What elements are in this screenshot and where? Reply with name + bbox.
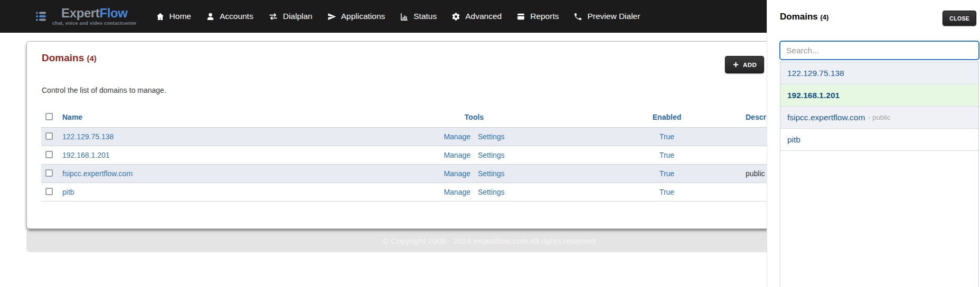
- paper-plane-icon: [327, 12, 336, 21]
- manage-link[interactable]: Manage: [444, 132, 470, 141]
- nav-item-home[interactable]: Home: [148, 0, 199, 33]
- copyright-text: © Copyright 2008 - 2024 expertflow.com A…: [382, 236, 597, 245]
- manage-link[interactable]: Manage: [444, 151, 470, 159]
- close-button[interactable]: CLOSE: [943, 11, 976, 26]
- domain-search-input[interactable]: [779, 41, 979, 60]
- plus-icon: [732, 61, 739, 68]
- column-header-tools: Tools: [347, 113, 601, 121]
- domain-list: 122.129.75.138 192.168.1.201 fsipcc.expe…: [780, 62, 979, 287]
- tools-cell: ManageSettings: [347, 169, 601, 178]
- nav-item-reports[interactable]: Reports: [509, 0, 566, 33]
- domain-label: 192.168.1.201: [787, 91, 840, 100]
- nav-item-status[interactable]: Status: [392, 0, 444, 33]
- main-nav: Home Accounts Dialplan Applications Stat…: [148, 0, 648, 33]
- phone-icon: [573, 12, 582, 21]
- brand-tagline: chat, voice and video contactcenter: [52, 21, 137, 26]
- brand-grid-icon: [35, 10, 48, 23]
- row-checkbox[interactable]: [45, 151, 53, 158]
- domain-name-link[interactable]: 192.168.1.201: [62, 151, 110, 159]
- domain-selector-panel: Domains (4) CLOSE 122.129.75.138 192.168…: [767, 0, 980, 287]
- settings-link[interactable]: Settings: [478, 151, 505, 159]
- domain-list-item[interactable]: pitb: [780, 129, 978, 151]
- enabled-value: True: [601, 169, 733, 178]
- domain-label: fsipcc.expertflow.com: [787, 113, 865, 122]
- page-title: Domains (4): [42, 52, 97, 64]
- tools-cell: ManageSettings: [347, 132, 601, 141]
- enabled-value: True: [601, 151, 733, 159]
- nav-item-dialplan[interactable]: Dialplan: [261, 0, 320, 33]
- manage-link[interactable]: Manage: [444, 188, 470, 196]
- domain-label: 122.129.75.138: [787, 69, 844, 78]
- gear-icon: [451, 12, 460, 21]
- select-all-checkbox[interactable]: [45, 113, 53, 120]
- domain-name-link[interactable]: pitb: [62, 188, 74, 196]
- domain-label: pitb: [787, 135, 800, 145]
- enabled-value: True: [601, 188, 733, 196]
- archive-icon: [516, 12, 525, 21]
- tools-cell: ManageSettings: [347, 151, 601, 159]
- home-icon: [156, 12, 165, 21]
- settings-link[interactable]: Settings: [478, 188, 505, 196]
- page-subtitle: Control the list of domains to manage.: [42, 86, 166, 94]
- settings-link[interactable]: Settings: [478, 132, 505, 141]
- nav-item-preview-dialer[interactable]: Preview Dialer: [566, 0, 647, 33]
- column-header-name: Name: [62, 113, 347, 121]
- add-button[interactable]: ADD: [725, 56, 764, 73]
- bar-chart-icon: [400, 12, 409, 21]
- settings-link[interactable]: Settings: [478, 169, 505, 178]
- user-icon: [206, 12, 215, 21]
- panel-title: Domains (4): [780, 12, 828, 22]
- nav-item-advanced[interactable]: Advanced: [444, 0, 509, 33]
- swap-arrows-icon: [268, 12, 278, 21]
- brand-logo[interactable]: ExpertFlow chat, voice and video contact…: [35, 7, 137, 26]
- nav-item-applications[interactable]: Applications: [320, 0, 393, 33]
- manage-link[interactable]: Manage: [444, 169, 470, 178]
- row-checkbox[interactable]: [45, 132, 53, 140]
- enabled-value: True: [601, 132, 733, 141]
- row-checkbox[interactable]: [45, 169, 53, 177]
- domain-list-item[interactable]: 122.129.75.138: [780, 62, 978, 84]
- brand-text: ExpertFlow chat, voice and video contact…: [52, 7, 137, 26]
- domain-suffix: - public: [868, 113, 890, 121]
- column-header-enabled: Enabled: [601, 113, 733, 121]
- brand-name: ExpertFlow: [61, 7, 127, 20]
- domain-list-item[interactable]: 192.168.1.201: [780, 84, 978, 107]
- domain-name-link[interactable]: fsipcc.expertflow.com: [62, 169, 133, 178]
- domain-list-item[interactable]: fsipcc.expertflow.com - public: [780, 107, 978, 129]
- nav-item-accounts[interactable]: Accounts: [199, 0, 261, 33]
- domain-name-link[interactable]: 122.129.75.138: [62, 132, 114, 141]
- tools-cell: ManageSettings: [347, 188, 601, 196]
- row-checkbox[interactable]: [45, 188, 53, 195]
